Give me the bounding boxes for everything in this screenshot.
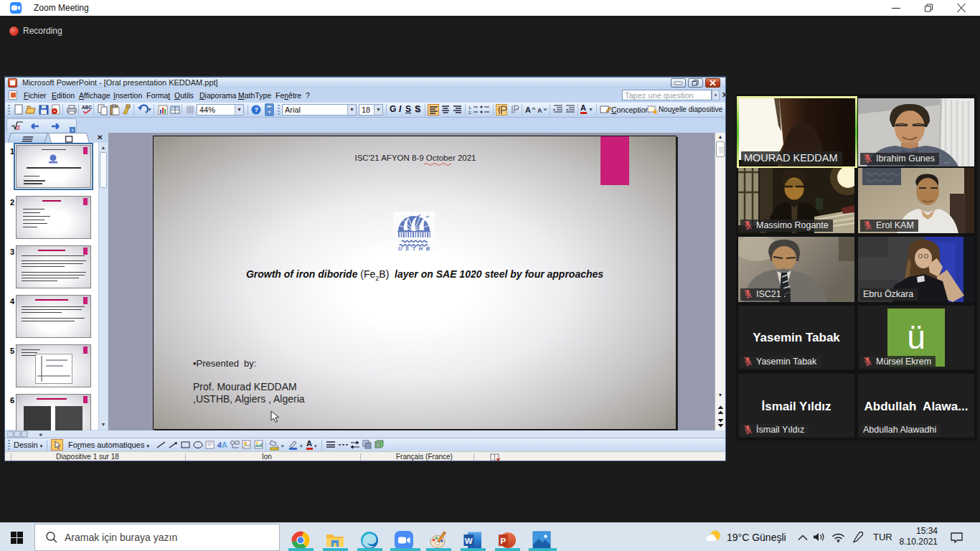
svg-text:?: ? <box>255 106 259 113</box>
svg-text:A: A <box>525 105 531 114</box>
svg-text:USTHB: USTHB <box>398 245 433 251</box>
svg-text:P: P <box>501 537 507 545</box>
svg-text:A: A <box>537 107 542 114</box>
svg-text:α: α <box>16 123 20 131</box>
svg-text:2.: 2. <box>468 110 472 115</box>
svg-text:1.: 1. <box>468 105 472 110</box>
svg-text:ABC: ABC <box>82 105 92 110</box>
svg-text:W: W <box>465 537 473 545</box>
svg-text:A: A <box>222 441 227 449</box>
svg-text:◂: ◂ <box>39 431 42 438</box>
